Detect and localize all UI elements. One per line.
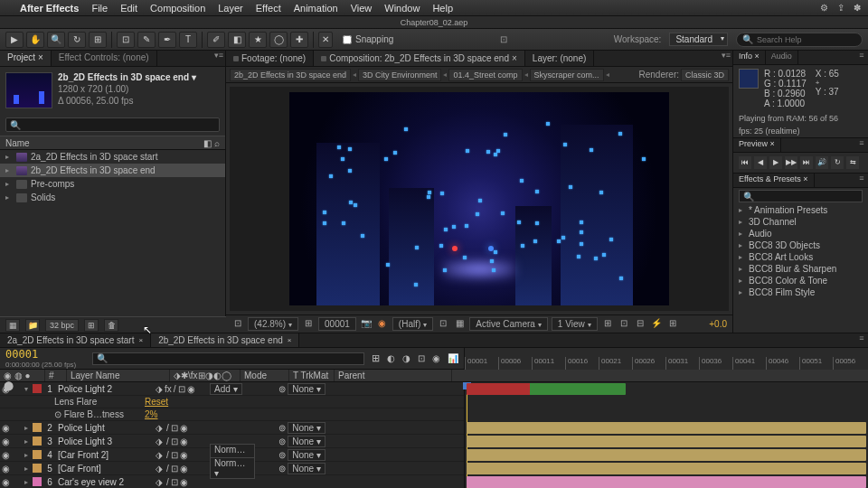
comp-mini-icon[interactable]: ⊞ [372,352,380,364]
effect-category[interactable]: ▸BCC8 3D Objects [733,239,868,251]
composition-viewer[interactable]: document.write(Array.from({length:60},(_… [230,87,729,311]
panel-menu-icon[interactable]: ▾≡ [212,51,225,66]
shape-tool[interactable]: ✎ [137,32,156,48]
menu-layer[interactable]: Layer [218,3,243,14]
roi-icon[interactable]: ⊡ [437,318,449,331]
exposure-value[interactable]: +0.0 [709,319,727,329]
timeline-bars[interactable] [465,382,868,488]
folder-icon[interactable]: 📁 [25,319,40,332]
frame-blend-icon[interactable]: ⊡ [418,353,425,363]
zoom-dropdown[interactable]: (42.8%) [248,317,298,331]
preview-tab[interactable]: Preview × [733,138,781,152]
menu-help[interactable]: Help [432,3,453,14]
res-icon[interactable]: ⊞ [302,318,315,331]
search-help-input[interactable] [757,35,847,44]
effect-category[interactable]: ▸BCC8 Blur & Sharpen [733,263,868,275]
search-help-field[interactable]: 🔍 [736,33,863,47]
anchor-tool[interactable]: ⊡ [117,32,135,48]
project-search-input[interactable] [21,120,215,130]
menu-composition[interactable]: Composition [150,3,205,14]
snapping-checkbox[interactable] [343,35,352,44]
clone-tool[interactable]: ◧ [228,32,246,48]
trash-icon[interactable]: 🗑 [104,319,118,332]
views-dropdown[interactable]: 1 View [552,317,598,331]
menu-edit[interactable]: Edit [120,3,137,14]
camera-tool[interactable]: ⊞ [89,32,107,48]
crumb-item[interactable]: 01.4_Street comp [448,69,522,81]
layer-search[interactable]: 🔍 [92,352,364,365]
status-icon[interactable]: ⚙ [820,3,828,13]
project-tab[interactable]: Project × [0,51,52,66]
puppet-tool[interactable]: ✚ [290,32,308,48]
selected-comp-name[interactable]: 2b_2D Effects in 3D space end ▾ [58,72,196,82]
project-item[interactable]: ▸Pre-comps [0,177,225,191]
workspace-dropdown[interactable]: Standard [669,33,728,46]
project-item[interactable]: ▸2a_2D Effects in 3D space start [0,150,225,164]
brush-tool[interactable]: ✐ [207,32,225,48]
menu-animation[interactable]: Animation [294,3,338,14]
time-ruler[interactable]: 0000100006000110001600021000260003100036… [465,348,868,370]
graph-editor-icon[interactable]: 📊 [448,353,458,363]
bpc-button[interactable]: 32 bpc [45,319,79,332]
next-frame-button[interactable]: ▶▶ [785,156,797,169]
layer-row[interactable]: ◉ ▾ 1 Police Light 2 ⬗fx/⊡◉ Add ▾ ⊚ None… [0,382,464,396]
frame-display[interactable]: 00001 [318,317,356,331]
shy-icon[interactable]: ◑ [402,353,410,363]
ram-preview-button[interactable]: ⇆ [846,156,859,169]
selection-tool[interactable]: ▶ [5,32,24,48]
status-icon[interactable]: ✽ [854,3,861,13]
first-frame-button[interactable]: ⏮ [739,156,751,169]
panel-menu-icon[interactable]: ≡ [855,333,868,347]
project-item[interactable]: ▸Solids [0,191,225,204]
view-icon[interactable]: ⊡ [618,318,630,331]
info-tab[interactable]: Info × [733,51,766,64]
label-column-icon[interactable]: ◧ ⌕ [203,138,220,147]
name-column-header[interactable]: Name [5,138,30,147]
panel-menu-icon[interactable]: ≡ [855,51,868,64]
prev-frame-button[interactable]: ◀ [754,156,767,169]
camera-dropdown[interactable]: Active Camera [469,317,548,331]
panel-menu-icon[interactable]: ≡ [855,174,868,187]
crumb-item[interactable]: 2b_2D Effects in 3D space end [230,69,351,81]
effect-category[interactable]: ▸BCC8 Color & Tone [733,275,868,286]
effect-category[interactable]: ▸3D Channel [733,216,868,228]
motion-blur-icon[interactable]: ◉ [432,353,440,363]
eraser-tool[interactable]: ★ [249,32,267,48]
layer-search-input[interactable] [108,353,360,363]
fast-preview-icon[interactable]: ⚡ [650,318,663,331]
type-tool[interactable]: T [179,32,197,48]
current-frame[interactable]: 00001 [5,348,76,361]
crumb-item[interactable]: Skyscraper com... [530,69,604,81]
menu-file[interactable]: File [91,3,108,14]
menu-window[interactable]: Window [384,3,420,14]
effect-controls-tab[interactable]: Effect Controls: (none) [52,51,157,66]
timeline-tab[interactable]: 2a_2D Effects in 3D space start× [0,333,151,347]
menu-effect[interactable]: Effect [256,3,281,14]
crumb-item[interactable]: 3D City Environment [358,69,442,81]
effects-presets-tab[interactable]: Effects & Presets × [733,174,815,187]
rotate-tool[interactable]: ↻ [68,32,86,48]
effect-category[interactable]: ▸Audio [733,228,868,239]
effects-search-input[interactable] [754,192,858,201]
resolution-dropdown[interactable]: (Half) [392,317,433,331]
draft-3d-icon[interactable]: ◐ [387,353,395,363]
layer-row[interactable]: ◉ ▸ 2 Police Light ⬗/⊡◉ ⊚ None ▾ [0,421,464,435]
panel-menu-icon[interactable]: ▾≡ [720,51,732,66]
channel-icon[interactable]: ◉ [376,318,389,331]
view-icon[interactable]: ⊞ [601,318,614,331]
footage-tab[interactable]: Footage: (none) [226,51,314,66]
layer-tab[interactable]: Layer: (none) [525,51,594,66]
view-icon[interactable]: ⊟ [634,318,646,331]
magnify-icon[interactable]: ⊡ [231,318,244,331]
status-icon[interactable]: ⇪ [837,3,844,13]
panel-menu-icon[interactable]: ≡ [855,138,868,152]
mute-button[interactable]: 🔊 [816,156,828,169]
new-comp-icon[interactable]: ⊞ [84,319,99,332]
snapping-toggle[interactable]: Snapping [343,34,393,44]
property-row[interactable]: ⊙ Flare B…tness2% [0,408,464,421]
menu-view[interactable]: View [351,3,373,14]
zoom-tool[interactable]: 🔍 [47,32,65,48]
effect-category[interactable]: ▸* Animation Presets [733,204,868,216]
last-frame-button[interactable]: ⏭ [800,156,813,169]
magnifier-icon[interactable]: ⊡ [500,34,507,44]
